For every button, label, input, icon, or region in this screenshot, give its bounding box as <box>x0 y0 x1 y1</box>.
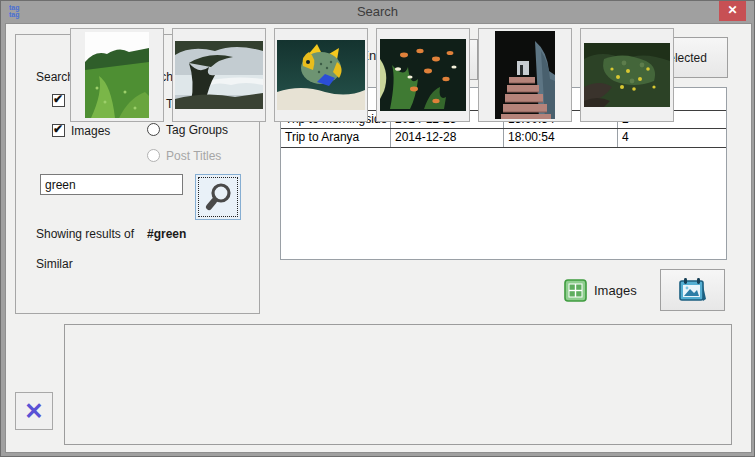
image-thumbnail[interactable] <box>376 28 470 122</box>
close-button[interactable]: ✕ <box>719 1 746 21</box>
cell-view[interactable]: 4 <box>618 129 726 147</box>
thumbnail-angelfish-image <box>277 40 365 110</box>
similar-label: Similar <box>36 257 73 271</box>
title-bar[interactable]: tagtag Search ✕ <box>1 1 754 23</box>
post-titles-radio <box>147 149 160 162</box>
check-icon: ✔ <box>53 92 63 106</box>
images-grid-icon <box>564 279 587 302</box>
results-tag: #green <box>147 227 186 241</box>
dialog-client-area: Search For ✔ Entries ✔ Images Search By … <box>5 23 752 453</box>
image-results-panel <box>64 324 732 445</box>
thumbnail-aquarium-fish-image <box>380 39 466 111</box>
table-row[interactable]: Trip to Aranya 2014-12-28 18:00:54 4 <box>281 129 726 148</box>
photo-calendar-icon <box>676 275 710 305</box>
close-panel-button[interactable]: ✕ <box>15 392 53 430</box>
search-input[interactable] <box>40 174 183 195</box>
images-section-label: Images <box>594 283 637 298</box>
results-label: Showing results of <box>36 227 134 241</box>
image-thumbnail[interactable] <box>274 28 368 122</box>
image-thumbnail[interactable] <box>478 28 572 122</box>
clear-x-icon: ✕ <box>24 398 43 424</box>
images-checkbox-label[interactable]: Images <box>71 124 110 138</box>
cell-time[interactable]: 18:00:54 <box>504 129 618 147</box>
images-checkbox[interactable]: ✔ <box>52 124 65 137</box>
tag-groups-radio[interactable] <box>147 123 160 136</box>
entries-checkbox[interactable]: ✔ <box>52 94 65 107</box>
image-thumbnail[interactable] <box>70 28 164 122</box>
image-thumbnail[interactable] <box>172 28 266 122</box>
search-window: tagtag Search ✕ Search For ✔ Entries ✔ I… <box>0 0 755 457</box>
search-button[interactable] <box>195 174 241 220</box>
thumbnail-tree-against-sky-image <box>175 41 263 109</box>
cell-entry-title[interactable]: Trip to Aranya <box>281 129 391 147</box>
view-images-button[interactable] <box>660 269 725 311</box>
thumbnail-hillside-greenery-image <box>85 32 149 118</box>
window-title: Search <box>1 1 754 23</box>
cell-date[interactable]: 2014-12-28 <box>391 129 504 147</box>
close-icon: ✕ <box>727 3 737 17</box>
post-titles-radio-label: Post Titles <box>166 149 221 163</box>
image-thumbnail[interactable] <box>580 28 674 122</box>
tag-groups-radio-label[interactable]: Tag Groups <box>166 123 228 137</box>
thumbnail-flowering-bushes-image <box>584 43 670 107</box>
check-icon: ✔ <box>53 122 63 136</box>
thumbnail-tunnel-stairs-image <box>495 31 555 119</box>
search-icon <box>203 181 235 213</box>
